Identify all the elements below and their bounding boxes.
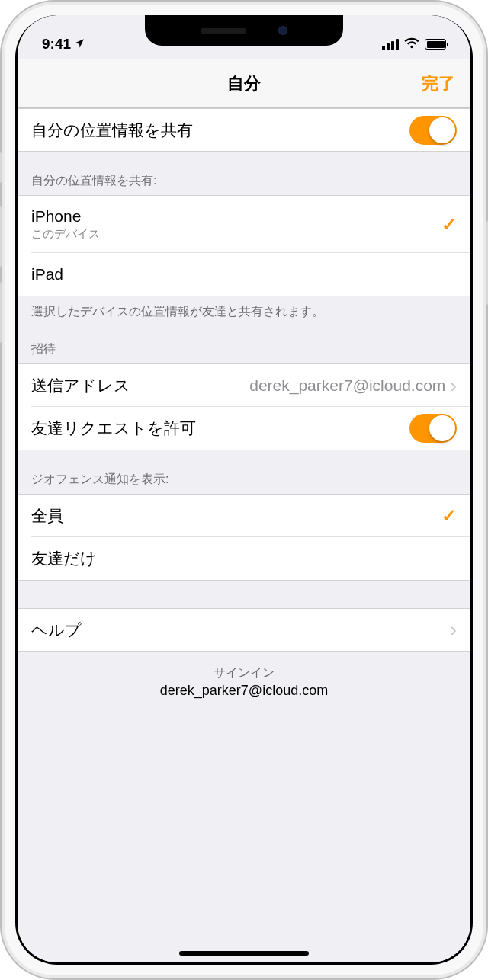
status-left: 9:41 [42,36,85,53]
content: 9:41 自 [18,15,470,962]
signin-email: derek_parker7@icloud.com [18,681,470,699]
notch [145,15,343,46]
device-iphone-row[interactable]: iPhone このデバイス ✓ [18,195,470,253]
chevron-right-icon: › [450,374,457,398]
devices-section-header: 自分の位置情報を共有: [18,152,470,195]
nav-bar: 自分 完了 [18,59,470,108]
wifi-icon [404,36,419,53]
device-iphone-name: iPhone [31,207,100,226]
send-from-row[interactable]: 送信アドレス derek_parker7@icloud.com › [18,363,470,407]
mute-switch [0,152,2,183]
help-label: ヘルプ [31,620,82,641]
battery-icon [425,39,446,50]
geofence-friends-label: 友達だけ [31,548,97,569]
done-button[interactable]: 完了 [422,72,455,95]
volume-down-button [0,282,2,343]
allow-requests-row[interactable]: 友達リクエストを許可 [18,407,470,450]
allow-requests-label: 友達リクエストを許可 [31,418,196,439]
screen: 9:41 自 [15,15,473,965]
device-frame: 9:41 自 [0,0,488,980]
allow-requests-toggle[interactable] [409,414,457,443]
checkmark-icon: ✓ [441,214,457,235]
device-iphone-sub: このデバイス [31,227,100,242]
page-title: 自分 [227,72,261,95]
home-indicator[interactable] [179,951,309,956]
geofence-everyone-row[interactable]: 全員 ✓ [18,494,470,537]
geofence-section-header: ジオフェンス通知を表示: [18,450,470,494]
checkmark-icon: ✓ [441,505,457,527]
geofence-friends-row[interactable]: 友達だけ [18,537,470,581]
devices-section-footer: 選択したデバイスの位置情報が友達と共有されます。 [18,296,470,320]
chevron-right-icon: › [450,618,457,642]
cellular-signal-icon [382,39,399,50]
status-time: 9:41 [42,36,71,53]
volume-up-button [0,206,2,267]
help-row[interactable]: ヘルプ › [18,608,470,652]
device-ipad-row[interactable]: iPad [18,253,470,296]
send-from-label: 送信アドレス [31,375,130,396]
share-location-row[interactable]: 自分の位置情報を共有 [18,108,470,152]
send-from-value: derek_parker7@icloud.com [242,376,445,395]
front-camera [278,26,287,35]
speaker [201,28,246,34]
invite-section-header: 招待 [18,320,470,363]
share-location-toggle[interactable] [409,116,457,145]
location-services-icon [74,38,85,51]
share-location-label: 自分の位置情報を共有 [31,120,193,141]
device-ipad-name: iPad [31,265,63,283]
status-right [382,36,446,53]
geofence-everyone-label: 全員 [31,505,63,527]
signin-label: サインイン [18,652,470,681]
